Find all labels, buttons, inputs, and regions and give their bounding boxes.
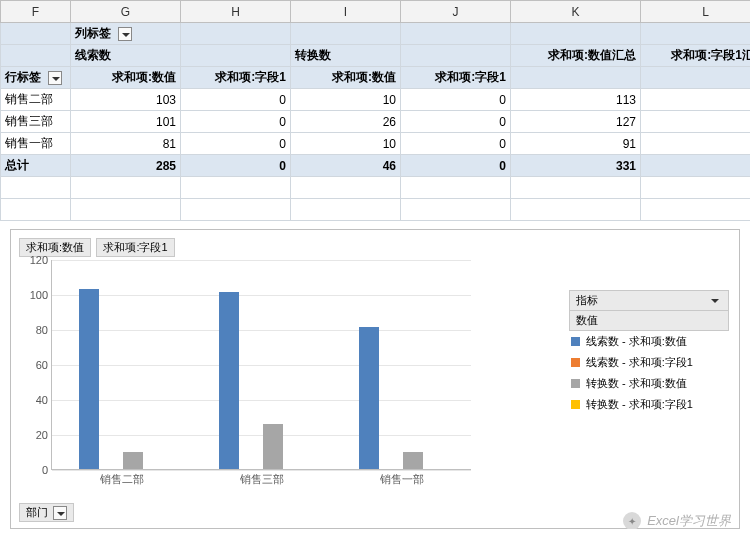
y-tick: 0 (22, 464, 48, 476)
y-tick: 60 (22, 359, 48, 371)
field-chips: 求和项:数值 求和项:字段1 (19, 238, 731, 257)
legend-item[interactable]: 转换数 - 求和项:数值 (569, 373, 729, 394)
column-header-row: F G H I J K L (1, 1, 751, 23)
row-label: 销售一部 (1, 133, 71, 155)
legend-swatch-icon (571, 379, 580, 388)
col-K[interactable]: K (511, 1, 641, 23)
y-tick: 40 (22, 394, 48, 406)
row-labels-dropdown-icon[interactable] (48, 71, 62, 85)
legend: 指标 数值 线索数 - 求和项:数值线索数 - 求和项:字段1转换数 - 求和项… (569, 290, 729, 415)
group-conv: 转换数 (291, 45, 401, 67)
col-J[interactable]: J (401, 1, 511, 23)
group-leads: 线索数 (71, 45, 181, 67)
col-H[interactable]: H (181, 1, 291, 23)
legend-item[interactable]: 线索数 - 求和项:字段1 (569, 352, 729, 373)
sum-field1-hdr: 求和项:字段1汇总 (641, 45, 751, 67)
col-labels-title: 列标签 (75, 26, 111, 40)
bar[interactable] (219, 292, 239, 469)
chevron-down-icon[interactable] (708, 294, 722, 308)
table-row[interactable]: 销售三部 101 0 26 0 127 0 (1, 111, 751, 133)
fld-col1: 求和项:字段1 (181, 67, 291, 89)
pivot-chart[interactable]: 求和项:数值 求和项:字段1 020406080100120销售二部销售三部销售… (10, 229, 740, 529)
grand-total-row[interactable]: 总计 285 0 46 0 331 0 (1, 155, 751, 177)
col-G[interactable]: G (71, 1, 181, 23)
chip-field1[interactable]: 求和项:字段1 (96, 238, 174, 257)
legend-swatch-icon (571, 400, 580, 409)
col-I[interactable]: I (291, 1, 401, 23)
row-label: 销售三部 (1, 111, 71, 133)
wechat-icon: ✦ (623, 512, 641, 529)
sum-value-hdr: 求和项:数值汇总 (511, 45, 641, 67)
col-L[interactable]: L (641, 1, 751, 23)
bar[interactable] (403, 452, 423, 470)
val-col2: 求和项:数值 (291, 67, 401, 89)
chevron-down-icon[interactable] (53, 506, 67, 520)
x-category: 销售二部 (62, 472, 182, 487)
legend-header[interactable]: 指标 (569, 290, 729, 311)
x-category: 销售三部 (202, 472, 322, 487)
total-label: 总计 (1, 155, 71, 177)
table-row[interactable]: 销售一部 81 0 10 0 91 0 (1, 133, 751, 155)
legend-sub: 数值 (569, 311, 729, 331)
legend-item[interactable]: 线索数 - 求和项:数值 (569, 331, 729, 352)
x-category: 销售一部 (342, 472, 462, 487)
y-tick: 100 (22, 289, 48, 301)
bar[interactable] (123, 452, 143, 470)
legend-item[interactable]: 转换数 - 求和项:字段1 (569, 394, 729, 415)
axis-field-chip[interactable]: 部门 (19, 503, 76, 522)
legend-swatch-icon (571, 358, 580, 367)
legend-swatch-icon (571, 337, 580, 346)
bar[interactable] (359, 327, 379, 469)
col-F[interactable]: F (1, 1, 71, 23)
table-row[interactable]: 销售二部 103 0 10 0 113 0 (1, 89, 751, 111)
val-col1: 求和项:数值 (71, 67, 181, 89)
spreadsheet-grid[interactable]: F G H I J K L 列标签 线索数 转换数 求和项:数值汇总 求和项:字… (0, 0, 750, 221)
fld-col2: 求和项:字段1 (401, 67, 511, 89)
column-labels-dropdown-icon[interactable] (118, 27, 132, 41)
y-tick: 80 (22, 324, 48, 336)
y-tick: 120 (22, 254, 48, 266)
bar[interactable] (79, 289, 99, 469)
watermark: ✦ Excel学习世界 (623, 512, 731, 529)
y-tick: 20 (22, 429, 48, 441)
bar[interactable] (263, 424, 283, 470)
plot-area: 020406080100120销售二部销售三部销售一部 (51, 260, 471, 470)
row-labels-title: 行标签 (5, 70, 41, 84)
row-label: 销售二部 (1, 89, 71, 111)
